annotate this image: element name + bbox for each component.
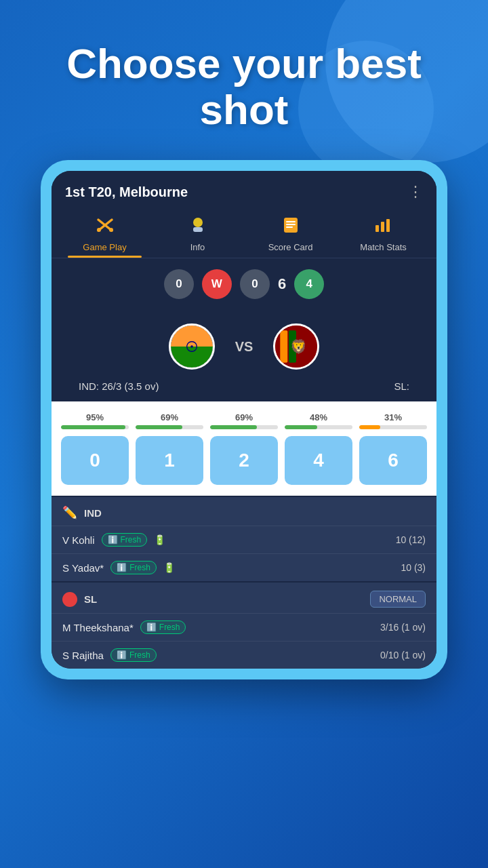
info-circle-icon-2: ℹ️ [117, 563, 127, 572]
svg-point-15 [190, 346, 193, 349]
phone-mockup: 1st T20, Melbourne ⋮ Game Play [41, 160, 447, 679]
ball-4: 4 [294, 269, 324, 299]
tab-scorecard[interactable]: Score Card [244, 209, 337, 258]
pct-2: 69% [235, 412, 253, 422]
bar-bg-1 [136, 425, 203, 429]
svg-rect-17 [281, 331, 288, 363]
phone-screen: 1st T20, Melbourne ⋮ Game Play [52, 171, 436, 669]
batsman-2-score: 10 (3) [401, 562, 426, 573]
bowler-2-name: S Rajitha [62, 650, 104, 661]
bar-fill-1 [136, 425, 182, 429]
info-icon [187, 216, 209, 239]
more-options-icon[interactable]: ⋮ [408, 183, 423, 201]
svg-point-2 [97, 228, 101, 232]
bowler-1-status: ℹ️ Fresh [140, 620, 186, 634]
bowler-2-left: S Rajitha ℹ️ Fresh [62, 648, 157, 662]
shot-col-2: 69% [210, 412, 278, 429]
info-circle-icon-3: ℹ️ [146, 623, 157, 632]
batsman-1-left: V Kohli ℹ️ Fresh 🔋 [62, 533, 165, 547]
shot-button-4[interactable]: 4 [285, 436, 352, 485]
bowler-1-left: M Theekshana* ℹ️ Fresh [62, 620, 186, 634]
svg-rect-11 [381, 222, 384, 232]
batsman-2-status: ℹ️ Fresh [110, 561, 157, 574]
ball-wicket: W [202, 269, 232, 299]
svg-point-4 [193, 218, 203, 227]
batting-header: ✏️ IND [52, 497, 436, 526]
bowler-2-score: 0/10 (1 ov) [380, 650, 426, 660]
svg-rect-5 [193, 227, 203, 232]
matchstats-icon [373, 216, 394, 239]
team2-flag: 🦁 [273, 323, 319, 370]
svg-text:🦁: 🦁 [290, 339, 308, 355]
info-circle-icon-4: ℹ️ [117, 650, 127, 660]
vs-text: VS [235, 339, 253, 355]
bowler-2-row: S Rajitha ℹ️ Fresh 0/10 (1 ov) [52, 641, 436, 669]
svg-rect-8 [286, 224, 296, 225]
batsman-2-left: S Yadav* ℹ️ Fresh 🔋 [62, 561, 175, 574]
bar-bg-6 [359, 425, 427, 429]
sl-dot [62, 592, 77, 607]
team2-score: SL: [394, 380, 409, 392]
batsman-2-battery: 🔋 [163, 562, 175, 573]
pct-4: 48% [310, 412, 327, 422]
shot-col-4: 48% [285, 412, 352, 429]
batsman-1-status: ℹ️ Fresh [102, 533, 148, 547]
tab-gameplay[interactable]: Game Play [58, 209, 151, 258]
screen-header: 1st T20, Melbourne ⋮ [52, 171, 436, 209]
tab-info[interactable]: Info [151, 209, 244, 258]
scorecard-icon [280, 216, 302, 239]
batsman-1-score: 10 (12) [396, 534, 426, 545]
info-circle-icon: ℹ️ [108, 535, 118, 545]
svg-point-3 [109, 228, 113, 232]
shot-selector: 95% 69% 69% [52, 401, 436, 496]
pct-6: 31% [384, 412, 402, 422]
tab-info-label: Info [190, 242, 205, 252]
ball-0-second: 0 [240, 269, 270, 299]
pct-0: 95% [86, 412, 104, 422]
team1-flag [169, 323, 215, 370]
tab-gameplay-label: Game Play [83, 242, 126, 252]
bar-fill-2 [210, 425, 257, 429]
bowler-1-name: M Theekshana* [62, 622, 134, 633]
shot-percentages: 95% 69% 69% [61, 412, 427, 429]
gameplay-icon [94, 216, 116, 239]
scores-row: IND: 26/3 (3.5 ov) SL: [52, 376, 436, 401]
normal-badge: NORMAL [370, 591, 426, 608]
shot-button-2[interactable]: 2 [210, 436, 278, 485]
ball-6: 6 [278, 275, 286, 293]
svg-rect-12 [386, 219, 390, 232]
tab-scorecard-label: Score Card [268, 242, 313, 252]
tab-matchstats-label: Match Stats [360, 242, 407, 252]
team1-score: IND: 26/3 (3.5 ov) [79, 380, 159, 392]
bowler-1-score: 3/16 (1 ov) [380, 622, 426, 633]
batsman-1-battery: 🔋 [154, 534, 165, 545]
batsman-2-name: S Yadav* [62, 562, 104, 574]
tab-matchstats[interactable]: Match Stats [337, 209, 430, 258]
batsman-2-row: S Yadav* ℹ️ Fresh 🔋 10 (3) [52, 553, 436, 581]
shot-button-0[interactable]: 0 [61, 436, 129, 485]
ball-0-first: 0 [164, 269, 194, 299]
batsman-1-row: V Kohli ℹ️ Fresh 🔋 10 (12) [52, 526, 436, 553]
shot-col-0: 95% [61, 412, 129, 429]
svg-rect-10 [375, 225, 379, 232]
batting-section: ✏️ IND V Kohli ℹ️ Fresh 🔋 10 (12) S Yada… [52, 497, 436, 581]
svg-rect-9 [286, 226, 293, 228]
nav-tabs: Game Play Info [52, 209, 436, 258]
bowler-1-row: M Theekshana* ℹ️ Fresh 3/16 (1 ov) [52, 613, 436, 641]
batsman-1-name: V Kohli [62, 534, 95, 546]
bar-bg-0 [61, 425, 129, 429]
bar-fill-6 [359, 425, 380, 429]
batting-team-label: IND [84, 507, 102, 519]
bowling-header: SL NORMAL [52, 583, 436, 613]
bar-fill-0 [61, 425, 125, 429]
shot-button-6[interactable]: 6 [359, 436, 427, 485]
match-vs: VS 🦁 [52, 310, 436, 376]
shot-col-1: 69% [136, 412, 203, 429]
match-title: 1st T20, Melbourne [65, 184, 188, 200]
shot-button-1[interactable]: 1 [136, 436, 203, 485]
ball-row: 0 W 0 6 4 [52, 258, 436, 310]
bowling-section: SL NORMAL M Theekshana* ℹ️ Fresh 3/16 (1… [52, 583, 436, 669]
shot-buttons: 0 1 2 4 6 [61, 436, 427, 485]
pct-1: 69% [161, 412, 178, 422]
bowling-team-label: SL [84, 593, 97, 605]
